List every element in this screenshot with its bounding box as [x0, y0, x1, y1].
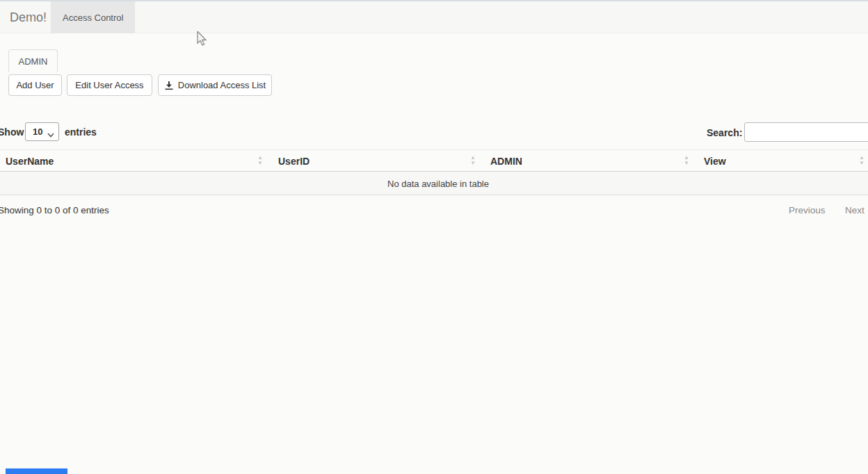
- sort-icon[interactable]: ▴▾: [858, 154, 865, 168]
- download-access-list-button[interactable]: Download Access List: [158, 74, 272, 96]
- navbar: Demo! Access Control: [0, 0, 868, 33]
- recording-progress-bar: [6, 468, 67, 474]
- sort-icon[interactable]: ▴▾: [469, 154, 476, 168]
- table-empty-row: No data available in table: [0, 172, 868, 195]
- download-button-label: Download Access List: [178, 80, 266, 90]
- table-info-text: Showing 0 to 0 of 0 entries: [0, 205, 109, 215]
- chevron-down-icon: [47, 129, 54, 140]
- column-header-username[interactable]: UserName: [6, 150, 54, 172]
- show-label: Show: [0, 126, 24, 138]
- table-header-row: UserName UserID ADMIN View ▴▾ ▴▾ ▴▾ ▴▾: [0, 149, 868, 172]
- nav-item-access-control[interactable]: Access Control: [51, 1, 135, 33]
- pagination-next-button[interactable]: Next: [845, 205, 865, 215]
- mouse-cursor-icon: [197, 31, 209, 48]
- brand-title: Demo!: [10, 1, 47, 33]
- column-header-userid[interactable]: UserID: [278, 150, 310, 172]
- sort-icon[interactable]: ▴▾: [257, 154, 264, 168]
- download-icon: [164, 81, 174, 90]
- tab-admin[interactable]: ADMIN: [8, 49, 58, 72]
- sort-icon[interactable]: ▴▾: [683, 154, 690, 168]
- column-header-admin[interactable]: ADMIN: [490, 150, 522, 172]
- edit-user-access-button[interactable]: Edit User Access: [67, 74, 152, 96]
- add-user-button[interactable]: Add User: [8, 74, 62, 96]
- page-size-select[interactable]: 10: [25, 122, 59, 141]
- page-size-value: 10: [26, 126, 42, 137]
- entries-label: entries: [65, 126, 97, 138]
- column-header-view[interactable]: View: [704, 150, 726, 172]
- search-label: Search:: [707, 127, 742, 138]
- search-input[interactable]: [744, 122, 868, 142]
- pagination-previous-button[interactable]: Previous: [789, 205, 826, 215]
